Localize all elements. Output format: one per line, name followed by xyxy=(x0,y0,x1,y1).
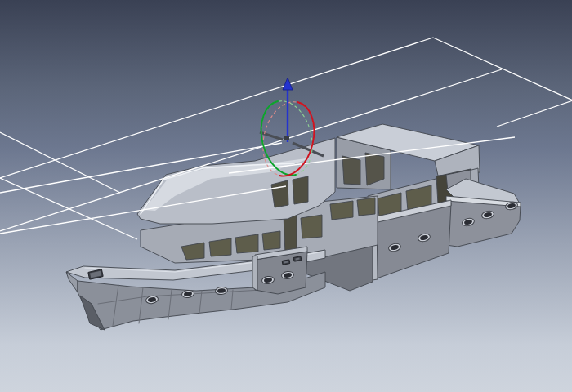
cad-viewport[interactable] xyxy=(0,0,572,392)
cabin-window-3[interactable] xyxy=(235,234,258,253)
cabin-window-2[interactable] xyxy=(209,238,231,256)
pilothouse-window-1[interactable] xyxy=(271,180,288,207)
cabin-window-6[interactable] xyxy=(330,201,353,220)
grid-edge-bottom-right xyxy=(497,100,572,127)
origin-marker[interactable] xyxy=(284,136,289,140)
cabin-window-7[interactable] xyxy=(357,198,375,216)
grid-edge-top-right xyxy=(433,38,572,100)
cabin-window-5[interactable] xyxy=(301,215,322,238)
flybridge-window-1[interactable] xyxy=(342,156,360,185)
viewport-canvas[interactable] xyxy=(0,0,572,392)
grid-line-b3 xyxy=(0,132,120,193)
hull-aft-block-left-edge[interactable] xyxy=(252,256,257,291)
cabin-window-4[interactable] xyxy=(262,231,280,250)
pilothouse-window-2[interactable] xyxy=(293,176,308,204)
